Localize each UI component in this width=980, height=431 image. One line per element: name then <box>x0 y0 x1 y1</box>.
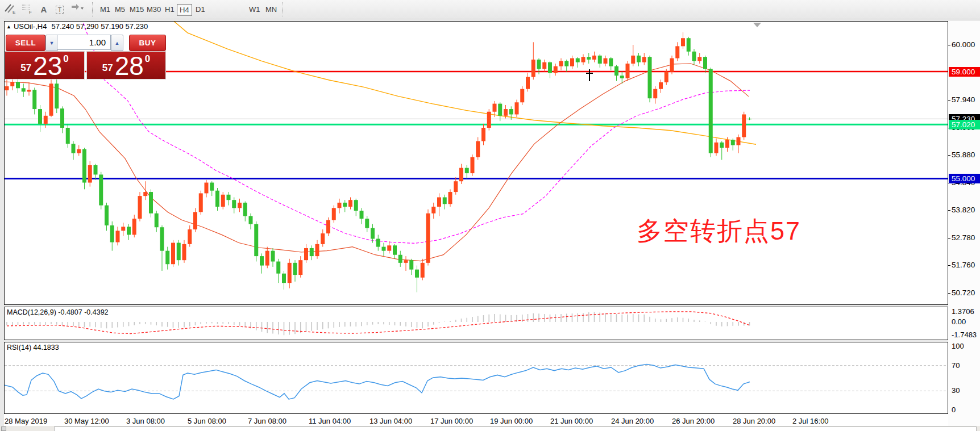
price-axis-label: 53.820 <box>952 206 975 215</box>
candle <box>143 181 147 200</box>
candle <box>697 53 701 64</box>
candle <box>715 139 719 156</box>
candle <box>631 45 635 66</box>
time-axis-label[interactable]: 26 Jun 20:00 <box>672 417 715 425</box>
candle <box>587 53 591 64</box>
time-axis-label[interactable]: 7 Jun 08:00 <box>248 417 286 425</box>
candle <box>171 240 175 267</box>
candle <box>670 56 674 74</box>
rsi-layer <box>5 364 948 399</box>
sell-price-big: 23 <box>33 55 62 77</box>
buy-price-box[interactable]: 57 28 0 <box>86 51 166 79</box>
candle <box>94 164 98 180</box>
candle <box>703 56 707 73</box>
candle <box>487 109 491 131</box>
volume-up-button[interactable]: ▲ <box>111 35 123 51</box>
candle <box>221 192 225 210</box>
candle <box>343 200 347 212</box>
candle <box>393 244 397 259</box>
candle <box>227 192 231 206</box>
candle <box>32 87 36 114</box>
candle <box>298 256 302 278</box>
time-axis-label[interactable]: 5 Jun 08:00 <box>188 417 226 425</box>
candle <box>321 229 325 247</box>
symbol-timeframe-label: USOil-,H4 <box>14 22 47 31</box>
candle <box>481 124 485 145</box>
candle <box>326 217 330 236</box>
candle <box>182 240 186 263</box>
time-axis-label[interactable]: 3 Jun 08:00 <box>126 417 165 425</box>
candle <box>293 260 297 282</box>
sell-button[interactable]: SELL <box>6 35 45 51</box>
candle <box>288 259 292 288</box>
time-axis-label[interactable]: 24 Jun 20:00 <box>611 417 654 425</box>
candle <box>443 195 447 210</box>
time-axis-label[interactable]: 19 Jun 00:00 <box>490 417 533 425</box>
sell-price-box[interactable]: 57 23 0 <box>5 51 85 79</box>
candle <box>675 42 679 61</box>
price-badge-59.000: 59.000 <box>949 67 980 77</box>
time-axis-label[interactable]: 21 Jun 00:00 <box>550 417 593 425</box>
candle <box>376 235 380 250</box>
candle <box>304 244 308 263</box>
candle <box>49 79 53 117</box>
chart-shift-triangle-icon[interactable] <box>753 23 761 27</box>
time-axis-label[interactable]: 2 Jul 16:00 <box>792 417 829 425</box>
candle <box>338 199 342 214</box>
candle <box>415 266 419 292</box>
candle <box>365 216 369 232</box>
candle <box>177 240 181 266</box>
candle <box>155 211 159 232</box>
macd-axis-label: 0.00 <box>952 318 966 326</box>
candle <box>421 259 425 281</box>
price-axis-label: 60.000 <box>952 40 975 49</box>
candle <box>360 208 364 224</box>
price-axis-tick <box>948 210 950 211</box>
time-axis-label[interactable]: 28 Jun 20:00 <box>733 417 775 425</box>
time-axis-label[interactable]: 17 Jun 00:00 <box>430 417 473 425</box>
candle <box>404 256 408 271</box>
candle <box>165 247 169 270</box>
candle <box>382 243 386 257</box>
time-axis-label[interactable]: 30 May 12:00 <box>64 417 109 425</box>
time-axis-label[interactable]: 11 Jun 04:00 <box>309 417 351 425</box>
price-axis-tick <box>948 45 950 45</box>
candle <box>637 53 641 66</box>
price-axis-tick <box>948 238 950 238</box>
rsi-axis-label: 100 <box>952 342 964 350</box>
candle <box>692 49 696 65</box>
candle <box>105 203 109 231</box>
candle <box>232 197 236 213</box>
rsi-axis-label: 30 <box>952 387 960 395</box>
candle <box>55 78 59 113</box>
time-axis-label[interactable]: 28 May 2019 <box>5 417 47 425</box>
candle <box>559 58 563 70</box>
candle <box>471 154 475 176</box>
chart-tab-bar[interactable] <box>54 426 977 431</box>
buy-button[interactable]: BUY <box>129 35 166 51</box>
candle <box>626 61 630 81</box>
candle <box>459 164 463 184</box>
candle <box>88 161 92 187</box>
candle <box>77 145 81 156</box>
candle <box>576 57 580 68</box>
buy-price-sup: 0 <box>145 53 150 65</box>
candle <box>748 118 751 120</box>
time-axis-label[interactable]: 13 Jun 04:00 <box>369 417 412 425</box>
candle <box>742 112 746 140</box>
volume-input[interactable] <box>57 35 111 50</box>
candle <box>310 245 314 260</box>
candle <box>249 214 253 229</box>
candle <box>22 83 26 97</box>
macd-axis-label: -1.7483 <box>952 331 977 339</box>
symbol-collapse-icon[interactable]: ▲ <box>6 24 11 30</box>
ohlc-values: 57.240 57.290 57.190 57.230 <box>51 22 148 31</box>
tab-scroll-button[interactable] <box>1 426 6 431</box>
ma-slow-orange <box>173 21 756 145</box>
candle <box>476 137 480 160</box>
candle <box>604 56 608 66</box>
price-axis-label: 55.880 <box>952 150 975 160</box>
volume-down-button[interactable]: ▼ <box>45 35 58 51</box>
candle <box>648 56 652 102</box>
candle <box>554 64 558 76</box>
